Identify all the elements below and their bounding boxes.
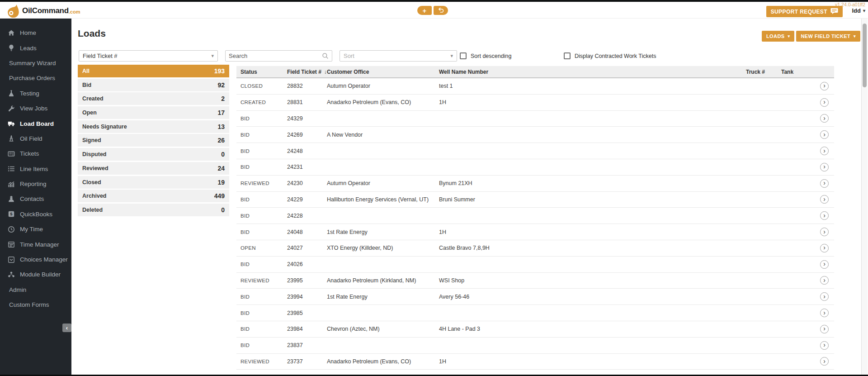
table-row[interactable]: BID 24048 1st Rate Energy 1H	[236, 224, 834, 240]
table-row[interactable]: BID 24229 Halliburton Energy Services (V…	[236, 192, 834, 208]
sidebar-item-custom-forms[interactable]: Custom Forms	[0, 297, 71, 312]
row-detail-button[interactable]	[820, 228, 829, 236]
search-input[interactable]	[229, 52, 322, 59]
row-detail-button[interactable]	[820, 179, 829, 188]
row-detail-button[interactable]	[820, 130, 829, 139]
row-detail-button[interactable]	[820, 244, 829, 252]
page-scrollbar[interactable]	[861, 19, 868, 376]
oilcommand-logo[interactable]: OilCommand .com	[5, 4, 80, 18]
status-filter-created[interactable]: Created 2	[78, 92, 229, 105]
row-detail-button[interactable]	[820, 276, 829, 285]
sidebar-item-line-items[interactable]: Line Items	[0, 162, 71, 176]
status-filter-archived[interactable]: Archived 449	[78, 190, 229, 202]
table-row[interactable]: BID 24231	[236, 159, 834, 176]
status-filter-bid[interactable]: Bid 92	[78, 79, 229, 91]
sidebar-item-admin[interactable]: Admin	[0, 282, 71, 297]
table-row[interactable]: OPEN 24027 XTO Energy (Killdeer, ND) Cas…	[236, 240, 834, 257]
column-header-field-ticket[interactable]: Field Ticket #	[287, 69, 327, 75]
table-row[interactable]: BID 24228	[236, 208, 834, 224]
sidebar-item-home[interactable]: Home	[0, 25, 71, 40]
column-header-well-name[interactable]: Well Name Number	[439, 69, 746, 75]
status-count-badge: 2	[221, 95, 225, 102]
sidebar-item-oil-field[interactable]: Oil Field	[0, 131, 71, 146]
search-icon	[322, 52, 329, 59]
loads-menu-button[interactable]: LOADS	[762, 31, 794, 42]
status-filter-closed[interactable]: Closed 19	[78, 176, 229, 189]
sidebar-item-tickets[interactable]: Tickets	[0, 146, 71, 161]
sidebar-item-summary-wizard[interactable]: Summary Wizard	[0, 56, 71, 71]
sidebar-item-leads[interactable]: Leads	[0, 40, 71, 55]
table-row[interactable]: BID 23994 1st Rate Energy Avery 56-46	[236, 289, 834, 305]
row-detail-button[interactable]	[820, 82, 829, 90]
row-detail-button[interactable]	[820, 163, 829, 171]
table-row[interactable]: BID 23837	[236, 338, 834, 354]
column-header-customer-office[interactable]: Customer Office	[327, 69, 439, 75]
table-row[interactable]: CREATED 28831 Anadarko Petroleum (Evans,…	[236, 95, 834, 111]
column-header-status[interactable]: Status	[241, 69, 287, 75]
row-detail-button[interactable]	[820, 309, 829, 317]
table-row[interactable]: REVIEWED 23737 Anadarko Petroleum (Evans…	[236, 354, 834, 370]
status-filter-reviewed[interactable]: Reviewed 24	[78, 162, 229, 175]
row-detail-button[interactable]	[820, 114, 829, 123]
search-box	[225, 50, 332, 62]
row-detail-button[interactable]	[820, 357, 829, 366]
sidebar-item-contacts[interactable]: Contacts	[0, 191, 71, 206]
status-filter-disputed[interactable]: Disputed 0	[78, 148, 229, 161]
row-detail-button[interactable]	[820, 325, 829, 333]
table-row[interactable]: BID 23984 Chevron (Aztec, NM) 4H Lane - …	[236, 321, 834, 338]
status-count-badge: 0	[221, 151, 225, 158]
sort-descending-checkbox[interactable]: Sort descending	[460, 50, 511, 62]
status-filter-signed[interactable]: Signed 26	[78, 134, 229, 147]
add-button[interactable]: +	[417, 6, 432, 15]
sidebar-item-module-builder[interactable]: Module Builder	[0, 267, 71, 282]
sidebar-item-view-jobs[interactable]: View Jobs	[0, 101, 71, 116]
user-menu[interactable]: ldd	[852, 7, 865, 14]
row-detail-button[interactable]	[820, 260, 829, 269]
new-field-ticket-button[interactable]: NEW FIELD TICKET	[796, 31, 860, 42]
table-body: CLOSED 28832 Autumn Operator test 1 CREA…	[236, 78, 834, 370]
row-detail-button[interactable]	[820, 98, 829, 107]
status-filter-open[interactable]: Open 17	[78, 106, 229, 119]
sidebar-item-my-time[interactable]: My Time	[0, 222, 71, 237]
table-row[interactable]: BID 24269 A New Vendor	[236, 127, 834, 143]
support-request-button[interactable]: SUPPORT REQUEST	[766, 6, 843, 17]
table-row[interactable]: BID 24026	[236, 257, 834, 273]
status-filter-list: All 193 Bid 92 Created 2 Open 17 Needs S…	[78, 65, 229, 218]
scrollbar-thumb[interactable]	[863, 24, 867, 87]
table-header: Status Field Ticket # Customer Office We…	[236, 66, 834, 78]
table-row[interactable]: BID 24248	[236, 143, 834, 159]
table-row[interactable]: REVIEWED 23995 Anadarko Petroleum (Kirkl…	[236, 273, 834, 289]
sidebar-item-testing[interactable]: Testing	[0, 86, 71, 101]
display-contracted-checkbox[interactable]: Display Contracted Work Tickets	[564, 50, 656, 62]
sidebar-item-choices-manager[interactable]: Choices Manager	[0, 252, 71, 267]
reporting-icon	[7, 181, 15, 188]
time-manager-icon	[7, 241, 15, 248]
row-detail-button[interactable]	[820, 292, 829, 301]
sidebar-item-reporting[interactable]: Reporting	[0, 176, 71, 191]
row-detail-button[interactable]	[820, 341, 829, 350]
sidebar-item-quickbooks[interactable]: $ QuickBooks	[0, 207, 71, 222]
row-detail-button[interactable]	[820, 211, 829, 220]
column-header-truck[interactable]: Truck #	[746, 69, 781, 75]
sidebar-item-time-manager[interactable]: Time Manager	[0, 237, 71, 252]
table-row[interactable]: BID 24329	[236, 111, 834, 127]
sidebar-item-load-board[interactable]: Load Board	[0, 116, 71, 131]
column-header-tank[interactable]: Tank	[781, 69, 808, 75]
row-detail-button[interactable]	[820, 147, 829, 155]
field-selector-dropdown[interactable]: Field Ticket #	[79, 50, 218, 62]
table-row[interactable]: BID 23985	[236, 305, 834, 321]
status-filter-deleted[interactable]: Deleted 0	[78, 204, 229, 216]
status-filter-needs-signature[interactable]: Needs Signature 13	[78, 120, 229, 133]
module-builder-icon	[7, 271, 15, 278]
quickbooks-icon: $	[7, 210, 15, 218]
status-filter-all[interactable]: All 193	[78, 65, 229, 77]
table-row[interactable]: REVIEWED 24230 Autumn Operator Bynum 21X…	[236, 176, 834, 192]
undo-button[interactable]	[434, 6, 448, 15]
sort-dropdown[interactable]: Sort	[340, 50, 457, 62]
table-row[interactable]: CLOSED 28832 Autumn Operator test 1	[236, 78, 834, 95]
row-detail-button[interactable]	[820, 195, 829, 204]
sidebar-collapse-button[interactable]: ‹	[62, 324, 71, 332]
brand-name: OilCommand	[22, 6, 69, 15]
status-count-badge: 193	[214, 67, 225, 75]
sidebar-item-purchase-orders[interactable]: Purchase Orders	[0, 71, 71, 86]
